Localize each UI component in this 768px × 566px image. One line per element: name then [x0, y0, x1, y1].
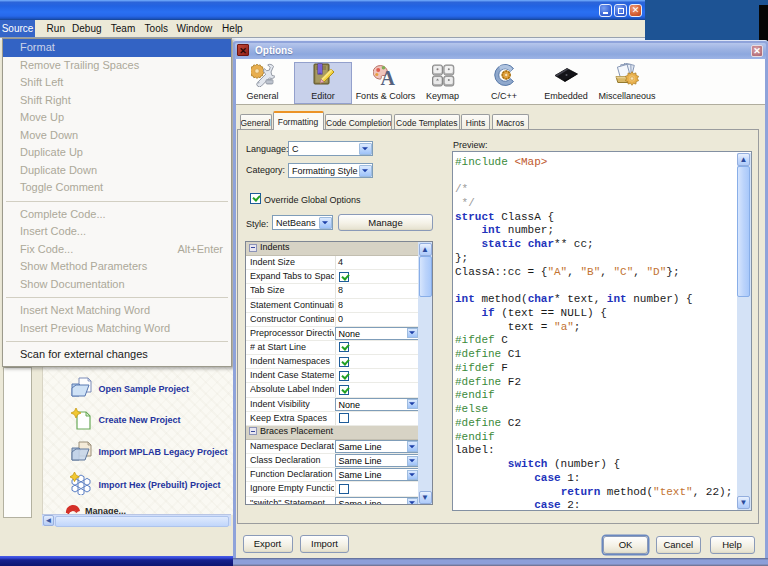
svg-text:A: A [381, 67, 396, 88]
